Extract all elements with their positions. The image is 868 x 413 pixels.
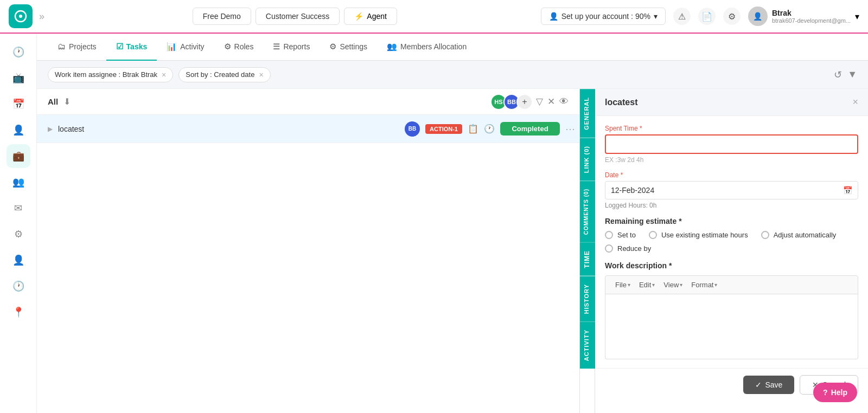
sort-filter-chip[interactable]: Sort by : Created date × — [178, 67, 270, 82]
spent-time-input[interactable] — [605, 134, 858, 154]
free-demo-button[interactable]: Free Demo — [193, 8, 251, 25]
main-area: 🗂 Projects ☑ Tasks 📊 Activity ⚙ Roles ☰ … — [37, 34, 868, 413]
topbar: » Free Demo Customer Success ⚡ Agent 👤 S… — [0, 0, 868, 34]
topbar-right: 👤 Set up your account : 90% ▾ ⚠ 📄 ⚙ 👤 Bt… — [541, 7, 859, 26]
panel-tab-comments[interactable]: COMMENTS (0) — [580, 180, 595, 242]
save-button[interactable]: ✓ Save — [743, 376, 794, 394]
document-icon[interactable]: 📄 — [698, 8, 716, 25]
task-list: All ⬇ HS BB + ▽ ✕ 👁 ▶ — [37, 89, 579, 413]
svg-point-1 — [19, 15, 22, 18]
toolbar-edit[interactable]: Edit ▾ — [635, 279, 659, 291]
panel-tab-activity[interactable]: ACTIVITY — [580, 321, 595, 369]
download-icon[interactable]: ⬇ — [63, 96, 71, 107]
calendar-icon: 📅 — [843, 186, 852, 195]
date-label: Date * — [605, 171, 858, 179]
radio-set-to-btn[interactable] — [605, 231, 613, 239]
tasks-icon: ☑ — [116, 42, 123, 51]
radio-use-existing[interactable]: Use existing estimate hours — [649, 231, 748, 239]
avatar-add-button[interactable]: + — [516, 94, 533, 110]
help-button[interactable]: ? Help — [813, 383, 857, 402]
task-calendar-icon[interactable]: 📋 — [468, 124, 478, 134]
task-list-header: All ⬇ HS BB + ▽ ✕ 👁 — [37, 89, 579, 115]
avatar-group: HS BB + — [490, 94, 533, 110]
roles-icon: ⚙ — [224, 42, 231, 51]
work-desc-editor[interactable] — [605, 294, 858, 359]
sidebar: 🕐 📺 📅 👤 💼 👥 ✉ ⚙ 👤 🕐 📍 — [0, 34, 37, 413]
alert-icon[interactable]: ⚠ — [673, 8, 691, 25]
sidebar-item-calendar[interactable]: 📅 — [7, 92, 30, 116]
user-chevron-icon: ▾ — [855, 11, 859, 22]
user-name: Btrak — [772, 9, 851, 17]
toolbar-view[interactable]: View ▾ — [659, 279, 687, 291]
user-setup-icon: 👤 — [549, 12, 558, 21]
radio-set-to[interactable]: Set to — [605, 231, 636, 239]
tab-roles[interactable]: ⚙ Roles — [214, 34, 264, 61]
date-required: * — [621, 171, 623, 179]
sidebar-item-mail[interactable]: ✉ — [7, 196, 30, 220]
tab-settings[interactable]: ⚙ Settings — [320, 34, 377, 61]
radio-reduce-by-btn[interactable] — [605, 244, 613, 253]
task-clear-icon[interactable]: ✕ — [547, 96, 555, 107]
sort-filter-close[interactable]: × — [259, 70, 263, 79]
spent-time-hint: EX :3w 2d 4h — [605, 156, 858, 164]
filter-funnel-icon[interactable]: ▼ — [847, 69, 857, 81]
sidebar-item-settings[interactable]: ⚙ — [7, 222, 30, 246]
radio-adjust-auto[interactable]: Adjust automatically — [761, 231, 837, 239]
sidebar-toggle[interactable]: » — [39, 11, 44, 22]
detail-body: Spent Time * EX :3w 2d 4h Date * 12-Feb-… — [595, 116, 868, 368]
panel-tab-time[interactable]: TIME — [580, 242, 595, 276]
agent-button[interactable]: ⚡ Agent — [344, 8, 397, 25]
detail-close-button[interactable]: × — [852, 96, 858, 108]
panel-tab-general[interactable]: GENERAL — [580, 89, 595, 138]
radio-use-existing-btn[interactable] — [649, 231, 657, 239]
date-field[interactable]: 12-Feb-2024 📅 — [605, 181, 858, 199]
sidebar-item-time[interactable]: 🕐 — [7, 40, 30, 64]
sidebar-item-clock[interactable]: 🕐 — [7, 274, 30, 298]
sidebar-item-team[interactable]: 👥 — [7, 170, 30, 194]
editor-toolbar: File ▾ Edit ▾ View ▾ — [605, 275, 858, 294]
save-check-icon: ✓ — [755, 380, 762, 389]
topbar-center: Free Demo Customer Success ⚡ Agent — [55, 8, 534, 25]
tab-members-allocation[interactable]: 👥 Members Allocation — [377, 34, 476, 61]
remaining-estimate-radios: Set to Use existing estimate hours Adjus… — [605, 231, 858, 239]
task-more-icon[interactable]: ⋯ — [565, 123, 575, 135]
sidebar-item-briefcase[interactable]: 💼 — [7, 144, 30, 168]
sidebar-item-user[interactable]: 👤 — [7, 118, 30, 142]
filter-bar: Work item assignee : Btrak Btrak × Sort … — [37, 61, 868, 89]
file-arrow-icon: ▾ — [628, 282, 630, 288]
nav-tabs: 🗂 Projects ☑ Tasks 📊 Activity ⚙ Roles ☰ … — [37, 34, 868, 61]
task-filter-icon[interactable]: ▽ — [536, 96, 543, 107]
toolbar-format[interactable]: Format ▾ — [687, 279, 722, 291]
assignee-filter-close[interactable]: × — [162, 70, 166, 79]
spent-time-label: Spent Time * — [605, 125, 858, 132]
format-arrow-icon: ▾ — [714, 282, 717, 288]
logged-hours: Logged Hours: 0h — [605, 202, 858, 209]
help-icon: ? — [823, 388, 828, 397]
panel-tab-link[interactable]: LINK (0) — [580, 138, 595, 180]
reset-filter-icon[interactable]: ↺ — [834, 69, 842, 81]
radio-adjust-auto-btn[interactable] — [761, 231, 769, 239]
task-view-icon[interactable]: 👁 — [559, 96, 569, 107]
tab-reports[interactable]: ☰ Reports — [263, 34, 320, 61]
radio-reduce-by[interactable]: Reduce by — [605, 244, 858, 253]
panel-tab-history[interactable]: HISTORY — [580, 276, 595, 321]
task-clock-icon[interactable]: 🕐 — [484, 124, 495, 134]
sidebar-item-monitor[interactable]: 📺 — [7, 66, 30, 90]
work-desc-section: Work description * File ▾ Edit ▾ — [605, 261, 858, 359]
settings-gear-icon[interactable]: ⚙ — [723, 8, 741, 25]
status-badge[interactable]: Completed — [500, 122, 560, 135]
app-logo[interactable] — [9, 4, 33, 28]
tab-activity[interactable]: 📊 Activity — [157, 34, 214, 61]
assignee-filter-chip[interactable]: Work item assignee : Btrak Btrak × — [48, 67, 173, 82]
sidebar-item-profile[interactable]: 👤 — [7, 248, 30, 272]
row-expand-icon[interactable]: ▶ — [48, 125, 53, 133]
user-menu[interactable]: 👤 Btrak btrak607-development@gm... ▾ — [748, 7, 859, 26]
tab-tasks[interactable]: ☑ Tasks — [106, 34, 157, 61]
toolbar-file[interactable]: File ▾ — [611, 279, 635, 291]
sidebar-item-location[interactable]: 📍 — [7, 300, 30, 324]
table-row: ▶ locatest BB ACTION-1 📋 🕐 Completed ⋯ — [37, 115, 579, 143]
setup-button[interactable]: 👤 Set up your account : 90% ▾ — [541, 8, 666, 25]
tab-projects[interactable]: 🗂 Projects — [48, 34, 106, 61]
customer-success-button[interactable]: Customer Success — [256, 8, 340, 25]
view-arrow-icon: ▾ — [680, 282, 682, 288]
